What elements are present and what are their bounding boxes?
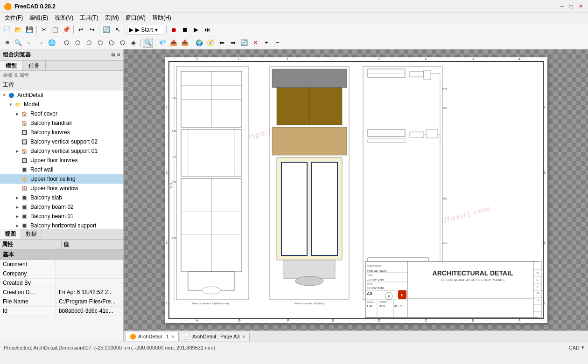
- view3-button[interactable]: ⬡: [84, 38, 94, 48]
- menu-file[interactable]: 文件(F): [2, 13, 26, 23]
- prop-name-3: Creation D...: [0, 288, 56, 297]
- redo-button[interactable]: ↪: [87, 25, 97, 35]
- refresh-button[interactable]: 🔄: [101, 25, 112, 35]
- 3d-button[interactable]: 🌐: [47, 38, 57, 48]
- cad-dropdown-icon[interactable]: ▾: [581, 344, 584, 350]
- view7-button[interactable]: ◈: [128, 38, 139, 48]
- stop-button[interactable]: ⏹: [180, 25, 190, 35]
- zoom-select-button[interactable]: 🔍: [143, 38, 153, 48]
- svg-text:C: C: [425, 57, 427, 61]
- tree-label-model: Model: [24, 101, 39, 108]
- maximize-button[interactable]: □: [567, 3, 575, 10]
- sheet-ruler-svg: H G F E D C B A H G F E D C B A: [165, 57, 547, 323]
- tree-item-balcony-beam-01[interactable]: ▶ 🔳 Balcony beam 01: [0, 212, 123, 221]
- workbench-dropdown[interactable]: ▶ ▶ Start ▾: [127, 25, 164, 35]
- save-button[interactable]: 💾: [24, 25, 35, 35]
- tree-toggle-upper-floor-ceiling[interactable]: [15, 176, 20, 182]
- drawing-area[interactable]: H G F E D C B A H G F E D C B A: [124, 49, 588, 330]
- menu-help[interactable]: 帮助(H): [149, 13, 174, 23]
- tree-item-balcony-slab[interactable]: ▶ 🔳 Balcony slab: [0, 193, 123, 202]
- tree-item-model[interactable]: ▼ 📁 Model: [0, 100, 123, 109]
- prop-row-3: Creation D... Fri Apr 6 18:42:52 2...: [0, 288, 123, 297]
- tree-toggle-upper-floor-louvres[interactable]: [15, 158, 20, 163]
- new-button[interactable]: 📄: [2, 25, 12, 35]
- zoom-minus-button[interactable]: −: [273, 38, 283, 48]
- panel-header-title: 组合浏览器: [3, 51, 31, 59]
- menu-window[interactable]: 窗口(W): [123, 13, 148, 23]
- menu-edit[interactable]: 编辑(E): [27, 13, 51, 23]
- tree-toggle-balcony-handrail[interactable]: [15, 120, 20, 126]
- nav-button[interactable]: 🧭: [205, 38, 216, 48]
- view1-button[interactable]: ⬡: [61, 38, 71, 48]
- menu-macro[interactable]: 宏(M): [102, 13, 122, 23]
- close2-button[interactable]: ✕: [250, 38, 260, 48]
- nav-back-button[interactable]: ←: [24, 38, 35, 48]
- export2-button[interactable]: 📤: [180, 38, 190, 48]
- tree-toggle-balcony-beam-01[interactable]: ▶: [15, 213, 20, 219]
- tab-task[interactable]: 任务: [23, 61, 46, 70]
- view4-button[interactable]: ⬡: [95, 38, 105, 48]
- menu-tools[interactable]: 工具(T): [77, 13, 101, 23]
- tree-toggle-balcony-beam-02[interactable]: ▶: [15, 204, 20, 210]
- tree-item-balcony-vertical-02[interactable]: 🔲 Balcony vertical support 02: [0, 137, 123, 146]
- back2-button[interactable]: ⬅: [217, 38, 227, 48]
- tree-item-roof-wall[interactable]: 🔳 Roof wall: [0, 165, 123, 174]
- record-button[interactable]: ⏺: [168, 25, 179, 35]
- close-button[interactable]: ✕: [577, 3, 584, 10]
- tree-item-upper-floor-ceiling[interactable]: 🔆 Upper floor ceiling: [0, 174, 123, 184]
- tree-item-archdetail[interactable]: ▼ 🔵 ArchDetail: [0, 90, 123, 100]
- tab-close-2[interactable]: ✕: [242, 334, 245, 339]
- tree-toggle-archdetail[interactable]: ▼: [2, 92, 7, 98]
- sync-button[interactable]: 🔄: [239, 38, 249, 48]
- props-col-name: 属性: [0, 240, 62, 249]
- nav-fwd-button[interactable]: →: [35, 38, 46, 48]
- tab-close-1[interactable]: ✕: [171, 334, 175, 339]
- tree-item-balcony-handrail[interactable]: 🏠 Balcony handrail: [0, 118, 123, 128]
- tree-toggle-balcony-vertical-01[interactable]: ▶: [15, 148, 20, 154]
- tree-item-balcony-louvres[interactable]: 🔲 Balcony louvres: [0, 128, 123, 137]
- svg-text:F: F: [537, 285, 539, 288]
- tree-toggle-roof-cover[interactable]: ▶: [15, 111, 20, 117]
- minimize-button[interactable]: ─: [558, 3, 566, 10]
- tree-toggle-roof-wall[interactable]: [15, 167, 20, 172]
- view2-button[interactable]: ⬡: [72, 38, 83, 48]
- cut-button[interactable]: ✂: [39, 25, 49, 35]
- material-button[interactable]: 💎: [157, 38, 168, 48]
- menu-view[interactable]: 视图(V): [52, 13, 76, 23]
- globe-button[interactable]: 🌍: [194, 38, 204, 48]
- view-tab-data[interactable]: 数据: [21, 229, 42, 239]
- tree-item-roof-cover[interactable]: ▶ 🏠 Roof cover: [0, 109, 123, 118]
- export1-button[interactable]: 📤: [168, 38, 179, 48]
- cursor-button[interactable]: ↖: [112, 25, 123, 35]
- tree-toggle-model[interactable]: ▼: [8, 102, 13, 107]
- bottom-tab-archdetail[interactable]: 🟠 ArchDetail : 1 ✕: [126, 332, 179, 341]
- view6-button[interactable]: ⬡: [117, 38, 127, 48]
- tree-item-balcony-horizontal[interactable]: ▶ 🔳 Balcony horizontal support: [0, 221, 123, 229]
- tree-toggle-balcony-slab[interactable]: ▶: [15, 195, 20, 200]
- fwd2-button[interactable]: ➡: [228, 38, 238, 48]
- tree-toggle-balcony-louvres[interactable]: [15, 130, 20, 135]
- view5-button[interactable]: ⬡: [106, 38, 116, 48]
- panel-close-button[interactable]: ✕: [117, 52, 120, 58]
- zoom-in-button[interactable]: 🔍: [13, 38, 23, 48]
- copy-button[interactable]: 📋: [50, 25, 60, 35]
- undo-button[interactable]: ↩: [76, 25, 86, 35]
- tree-item-upper-floor-window[interactable]: 🪟 Upper floor window: [0, 184, 123, 193]
- bottom-tab-page[interactable]: 📄 ArchDetail : Page A3 ✕: [180, 332, 250, 341]
- tree-toggle-balcony-horizontal[interactable]: ▶: [15, 223, 20, 228]
- play2-button[interactable]: ⏭: [202, 25, 212, 35]
- tree-item-balcony-vertical-01[interactable]: ▶ 🏠 Balcony vertical support 01: [0, 146, 123, 156]
- tab-model[interactable]: 模型: [0, 61, 23, 70]
- open-button[interactable]: 📂: [13, 25, 23, 35]
- zoom-fit-button[interactable]: ⊕: [2, 38, 12, 48]
- paste-button[interactable]: 📌: [61, 25, 71, 35]
- tree-item-upper-floor-louvres[interactable]: 🔲 Upper floor louvres: [0, 156, 123, 165]
- view-tab-view[interactable]: 视图: [0, 229, 21, 239]
- tree-toggle-balcony-vertical-02[interactable]: [15, 139, 20, 144]
- tree-item-balcony-beam-02[interactable]: ▶ 🔳 Balcony beam 02: [0, 202, 123, 212]
- play-button[interactable]: ▶: [191, 25, 201, 35]
- svg-text:F: F: [287, 319, 289, 322]
- tree-toggle-upper-floor-window[interactable]: [15, 185, 20, 191]
- panel-float-button[interactable]: ⧉: [112, 52, 115, 58]
- zoom-plus-button[interactable]: +: [261, 38, 272, 48]
